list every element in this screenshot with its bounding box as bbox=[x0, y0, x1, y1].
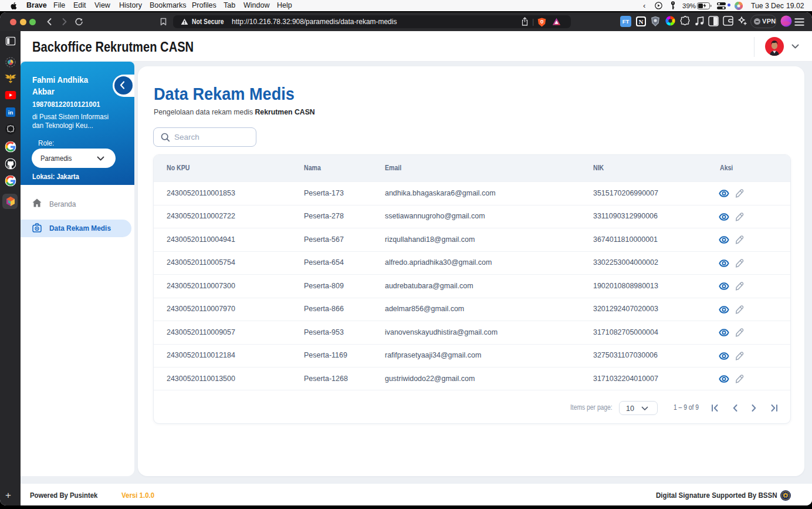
svg-text:in: in bbox=[8, 109, 13, 116]
svg-text:N: N bbox=[639, 18, 644, 25]
